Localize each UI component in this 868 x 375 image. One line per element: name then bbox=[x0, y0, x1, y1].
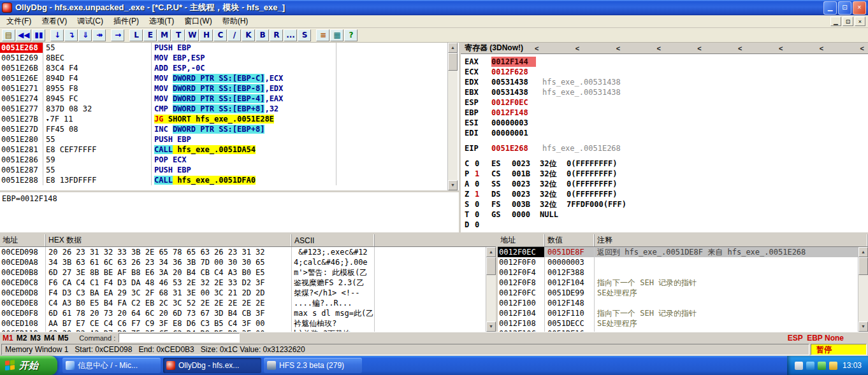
stack-row[interactable]: 0012F0FC0051DE99SE处理程序 bbox=[498, 288, 858, 298]
taskbar-task-hfs[interactable]: HFS 2.3 beta (279) bbox=[264, 358, 362, 373]
info-pane[interactable]: EBP=0012F148 bbox=[0, 190, 459, 232]
animate-into-button[interactable]: ⇓ bbox=[78, 29, 92, 41]
options-button[interactable]: ≡ bbox=[316, 29, 329, 41]
taskbar-task-info[interactable]: 信息中心 / - Mic... bbox=[62, 358, 161, 373]
memory-tab-m1[interactable]: M1 bbox=[3, 334, 13, 343]
stack-row[interactable]: 0012F0F40012F388 bbox=[498, 267, 858, 278]
flag-row[interactable]: P1CS001B32位0(FFFFFFFF) bbox=[465, 169, 868, 179]
mdi-minimize-button[interactable]: ▁ bbox=[830, 17, 841, 26]
dump-row[interactable]: 00CED0A834 3B 63 61 6C 63 26 23 34 36 3B… bbox=[0, 257, 486, 267]
menu-item-5[interactable]: 选项(T) bbox=[144, 15, 179, 28]
memory-tab-m4[interactable]: M4 bbox=[44, 334, 55, 343]
disassembly-scrollbar[interactable]: ▲ ▼ bbox=[447, 43, 458, 190]
scroll-down-icon[interactable]: ▼ bbox=[448, 180, 458, 190]
register-row[interactable]: EDI00000001 bbox=[465, 128, 868, 138]
run-button[interactable]: → bbox=[111, 29, 124, 41]
register-row[interactable]: ESI00000003 bbox=[465, 118, 868, 128]
flag-row[interactable]: C0ES002332位0(FFFFFFFF) bbox=[465, 159, 868, 169]
memory-dump-pane[interactable]: 地址 HEX 数据 ASCII 00CED09820 26 23 31 32 3… bbox=[0, 232, 496, 332]
scroll-up-icon[interactable]: ▲ bbox=[448, 43, 458, 53]
registers-pane[interactable]: 寄存器 (3DNow!) <<<<<<<<< EAX0012F144ECX001… bbox=[459, 43, 868, 232]
disasm-row[interactable]: 0051E2718955 F8MOV DWORD PTR SS:[EBP-8],… bbox=[0, 83, 447, 94]
tray-icon[interactable] bbox=[806, 362, 814, 370]
call-stack-button[interactable]: K bbox=[242, 29, 255, 41]
stack-row[interactable]: 0012F0EC0051DE8F返回到 hfs_exe_.0051DE8F 来自… bbox=[498, 247, 858, 257]
disasm-row[interactable]: 0051E26B83C4 F4ADD ESP,-0C bbox=[0, 63, 447, 73]
scroll-thumb[interactable] bbox=[858, 257, 868, 275]
memory-tab-m3[interactable]: M3 bbox=[30, 334, 41, 343]
disassembly-pane[interactable]: 0051E26855PUSH EBP0051E2698BECMOV EBP,ES… bbox=[0, 43, 459, 190]
disasm-row[interactable]: 0051E28755PUSH EBP bbox=[0, 165, 447, 175]
flag-row[interactable]: T0GS0000NULL bbox=[465, 209, 868, 220]
memory-map-button[interactable]: M bbox=[157, 29, 171, 41]
tray-icon[interactable] bbox=[818, 362, 826, 370]
disasm-row[interactable]: 0051E288E8 13FDFFFFCALL hfs_exe_.0051DFA… bbox=[0, 175, 447, 185]
open-file-button[interactable]: ▤ bbox=[2, 29, 15, 41]
mdi-close-button[interactable]: × bbox=[855, 17, 865, 26]
disasm-row[interactable]: 0051E27DFF45 08INC DWORD PTR SS:[EBP+8] bbox=[0, 124, 447, 134]
register-row[interactable]: EDX00531438hfs_exe_.00531438 bbox=[465, 77, 868, 87]
tray-icon[interactable] bbox=[829, 362, 837, 370]
disasm-row[interactable]: 0051E2748945 FCMOV DWORD PTR SS:[EBP-4],… bbox=[0, 94, 447, 104]
register-row[interactable]: ESP0012F0EC bbox=[465, 97, 868, 108]
dump-scrollbar[interactable]: ▲ ▼ bbox=[486, 247, 496, 332]
dump-row[interactable]: 00CED09820 26 23 31 32 33 3B 2E 65 78 65… bbox=[0, 247, 486, 257]
disasm-row[interactable]: 0051E28055PUSH EBP bbox=[0, 134, 447, 145]
scroll-down-icon[interactable]: ▼ bbox=[858, 322, 868, 332]
stack-row[interactable]: 0012F1000012F148 bbox=[498, 298, 858, 308]
stack-row[interactable]: 0012F0F80012F104指向下一个 SEH 记录的指针 bbox=[498, 278, 858, 288]
minimize-button[interactable]: ▁ bbox=[823, 1, 837, 15]
menu-item-3[interactable]: 调试(C) bbox=[72, 15, 108, 28]
scroll-track[interactable] bbox=[858, 257, 868, 322]
menu-item-6[interactable]: 窗口(W) bbox=[179, 15, 217, 28]
start-button[interactable]: 开始 bbox=[0, 356, 57, 375]
appearance-button[interactable]: ▦ bbox=[330, 29, 344, 41]
references-button[interactable]: R bbox=[270, 29, 283, 41]
scroll-track[interactable] bbox=[448, 53, 458, 180]
source-button[interactable]: S bbox=[298, 29, 311, 41]
register-row[interactable]: EAX0012F144 bbox=[465, 57, 868, 67]
taskbar-task-olly[interactable]: OllyDbg - hfs.ex... bbox=[163, 358, 261, 373]
command-input[interactable] bbox=[119, 333, 240, 343]
dump-row[interactable]: 00CED0E8C4 A3 B0 E5 B4 FA C2 EB 2C 3C 52… bbox=[0, 298, 486, 308]
disasm-row[interactable]: 0051E277837D 08 32CMP DWORD PTR SS:[EBP+… bbox=[0, 104, 447, 114]
windows-button[interactable]: W bbox=[185, 29, 199, 41]
dump-row[interactable]: 00CED0B86D 27 3E 8B BE AF B8 E6 3A 20 B4… bbox=[0, 267, 486, 278]
tray-icon[interactable] bbox=[795, 362, 803, 370]
restore-button[interactable]: ⊡ bbox=[838, 1, 851, 15]
flag-row[interactable]: S0FS003B32位7FFDF000(FFF) bbox=[465, 199, 868, 209]
memory-tab-m2[interactable]: M2 bbox=[17, 334, 27, 343]
step-over-button[interactable]: ↴ bbox=[64, 29, 78, 41]
patches-button[interactable]: / bbox=[228, 29, 241, 41]
menu-item-4[interactable]: 插件(P) bbox=[108, 15, 144, 28]
flag-row[interactable]: D0 bbox=[465, 220, 868, 230]
register-row[interactable]: EBP0012F148 bbox=[465, 108, 868, 118]
stack-row[interactable]: 0012F1080051DECCSE处理程序 bbox=[498, 318, 858, 329]
disasm-row[interactable]: 0051E27B▾7F 11JG SHORT hfs_exe_.0051E28E bbox=[0, 114, 447, 124]
animate-over-button[interactable]: ↠ bbox=[92, 29, 106, 41]
run-trace-button[interactable]: ... bbox=[284, 29, 297, 41]
close-button[interactable]: × bbox=[853, 1, 866, 15]
scroll-thumb[interactable] bbox=[448, 53, 458, 71]
disasm-row[interactable]: 0051E281E8 CEF7FFFFCALL hfs_exe_.0051DA5… bbox=[0, 145, 447, 155]
stack-scrollbar[interactable]: ▲ ▼ bbox=[858, 247, 868, 332]
memory-tab-m5[interactable]: M5 bbox=[58, 334, 69, 343]
restart-button[interactable]: ◀◀ bbox=[16, 29, 31, 41]
scroll-track[interactable] bbox=[486, 257, 496, 322]
dump-row[interactable]: 00CED0D8F4 D3 C3 BA EA 29 3C 2F 68 31 3E… bbox=[0, 288, 486, 298]
disasm-row[interactable]: 0051E26855PUSH EBP bbox=[0, 43, 447, 53]
threads-button[interactable]: T bbox=[171, 29, 185, 41]
dump-row[interactable]: 00CED0F86D 61 78 20 73 20 64 6C 20 6D 73… bbox=[0, 308, 486, 318]
log-window-button[interactable]: L bbox=[129, 29, 143, 41]
dump-row[interactable]: 00CED108AA B7 E7 CE C4 C6 F7 C9 3F E8 D6… bbox=[0, 318, 486, 329]
help-button[interactable]: ? bbox=[344, 29, 358, 41]
disasm-row[interactable]: 0051E26E894D F4MOV DWORD PTR SS:[EBP-C],… bbox=[0, 73, 447, 83]
disasm-row[interactable]: 0051E2698BECMOV EBP,ESP bbox=[0, 53, 447, 63]
cpu-window-button[interactable]: C bbox=[213, 29, 227, 41]
menu-item-2[interactable]: 查看(V) bbox=[36, 15, 72, 28]
mdi-restore-button[interactable]: ⊡ bbox=[843, 17, 853, 26]
step-into-button[interactable]: ↓ bbox=[50, 29, 64, 41]
stack-row[interactable]: 0012F0F000000003 bbox=[498, 257, 858, 267]
pause-button[interactable]: ▮▮ bbox=[32, 29, 45, 41]
menu-item-7[interactable]: 帮助(H) bbox=[217, 15, 254, 28]
